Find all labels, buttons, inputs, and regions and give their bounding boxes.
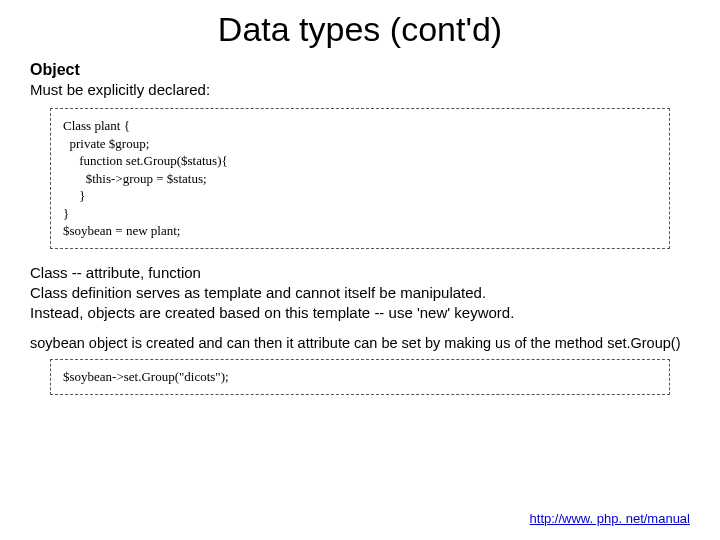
text-line: Class definition serves as template and … bbox=[30, 283, 690, 303]
code-line: $soybean->set.Group("dicots"); bbox=[63, 368, 657, 386]
paragraph-1: Class -- attribute, function Class defin… bbox=[30, 263, 690, 324]
code-line: } bbox=[63, 187, 657, 205]
code-block-1: Class plant { private $group; function s… bbox=[50, 108, 670, 249]
text-line: Instead, objects are created based on th… bbox=[30, 303, 690, 323]
code-line: $this->group = $status; bbox=[63, 170, 657, 188]
manual-link[interactable]: http://www. php. net/manual bbox=[530, 511, 690, 526]
paragraph-2: soybean object is created and can then i… bbox=[30, 334, 690, 354]
page-title: Data types (cont'd) bbox=[30, 10, 690, 49]
section-heading: Object bbox=[30, 61, 690, 79]
code-block-2: $soybean->set.Group("dicots"); bbox=[50, 359, 670, 395]
code-line: private $group; bbox=[63, 135, 657, 153]
code-line: } bbox=[63, 205, 657, 223]
code-line: function set.Group($status){ bbox=[63, 152, 657, 170]
section-subheading: Must be explicitly declared: bbox=[30, 81, 690, 98]
text-line: Class -- attribute, function bbox=[30, 263, 690, 283]
code-line: Class plant { bbox=[63, 117, 657, 135]
code-line: $soybean = new plant; bbox=[63, 222, 657, 240]
